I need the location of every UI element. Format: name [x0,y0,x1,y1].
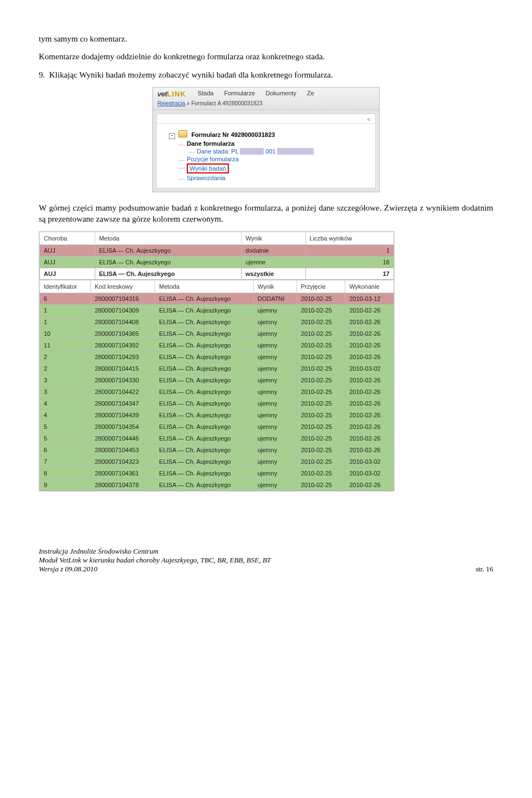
step-number: 9. [39,70,45,79]
table-cell: 2800007104446 [91,433,155,444]
table-cell: 11 [40,340,91,351]
table-cell: ELISA — Ch. Aujeszkyego [155,421,254,433]
tree-node-dane-stada[interactable]: Dane stada: PL xxxxxxx 001 xxx xxxx xxx [189,148,372,155]
table-cell: 2010-03-02 [345,468,394,479]
tree-node-dane-formularza[interactable]: Dane formularza [179,140,372,147]
col-metoda[interactable]: Metoda [95,232,241,245]
table-cell: 7 [40,456,91,468]
table-row[interactable]: 42800007104439ELISA — Ch. Aujeszkyegouje… [40,410,394,421]
tree: - Formularz Nr 4928000031823 Dane formul… [157,124,375,188]
table-cell: 2800007104422 [91,386,155,398]
col-liczba[interactable]: Liczba wyników [305,232,393,245]
table-cell: 2010-02-25 [296,410,345,421]
table-row[interactable]: 32800007104422ELISA — Ch. Aujeszkyegouje… [40,386,394,398]
logo-link: LINK [167,90,186,98]
chevron-left-icon[interactable]: < [367,116,371,122]
table-cell: dodatnie [242,245,306,257]
table-cell: ELISA — Ch. Aujeszkyego [95,268,241,280]
table-cell: 2800007104408 [91,316,155,328]
table-cell: 10 [40,328,91,340]
table-cell: 2010-03-02 [345,363,394,375]
table-cell: ELISA — Ch. Aujeszkyego [95,245,241,257]
table-cell: 2010-02-25 [296,433,345,444]
table-cell: 2010-02-26 [345,444,394,456]
table-cell: ujemne [242,257,306,268]
table-row[interactable]: AUJELISA — Ch. Aujeszkyegododatnie1 [40,245,394,257]
table-row[interactable]: 92800007104378ELISA — Ch. Aujeszkyegouje… [40,479,394,491]
table-cell: 2010-02-26 [345,421,394,433]
table-cell: wszystkie [242,268,306,280]
menu-ze[interactable]: Ze [307,90,314,96]
menu-formularze[interactable]: Formularze [224,90,255,96]
table-cell: 2800007104453 [91,444,155,456]
table-cell: ELISA — Ch. Aujeszkyego [155,316,254,328]
table-cell: ujemny [253,479,296,491]
folder-icon [178,130,187,137]
table-cell: 2010-02-25 [296,375,345,386]
minus-icon[interactable]: - [169,133,175,139]
table-row[interactable]: 32800007104330ELISA — Ch. Aujeszkyegouje… [40,375,394,386]
paragraph-step-9: 9. Klikając Wyniki badań możemy zobaczyć… [39,69,493,80]
collapse-bar[interactable]: < [157,114,375,124]
col-metoda[interactable]: Metoda [155,280,254,293]
table-row[interactable]: 52800007104446ELISA — Ch. Aujeszkyegouje… [40,433,394,444]
col-wynik[interactable]: Wynik [253,280,296,293]
table-cell: 16 [305,257,393,268]
tree-root[interactable]: - Formularz Nr 4928000031823 [169,130,372,139]
tree-node-label: Sprawozdania [187,175,226,181]
table-row[interactable]: 82800007104361ELISA — Ch. Aujeszkyegouje… [40,468,394,479]
tree-node-label-mid: 001 [265,148,275,155]
redacted-text: xxxxxxx [240,148,264,155]
table-cell: 2010-02-25 [296,456,345,468]
table-cell: ujemny [253,316,296,328]
table-cell: 2800007104439 [91,410,155,421]
table-row[interactable]: 22800007104293ELISA — Ch. Aujeszkyegouje… [40,351,394,363]
table-cell: 1 [40,305,91,316]
table-cell: ujemny [253,305,296,316]
logo-vet: vet [157,90,167,98]
table-cell: ELISA — Ch. Aujeszkyego [95,257,241,268]
tree-node-pozycje[interactable]: Pozycje formularza [179,156,372,162]
col-kod-kreskowy[interactable]: Kod kreskowy [91,280,155,293]
table-row[interactable]: 112800007104392ELISA — Ch. Aujeszkyegouj… [40,340,394,351]
table-row[interactable]: 52800007104354ELISA — Ch. Aujeszkyegouje… [40,421,394,433]
table-cell: ujemny [253,363,296,375]
table-cell: 2010-02-26 [345,328,394,340]
table-cell: 2010-02-26 [345,398,394,410]
table-cell: ujemny [253,351,296,363]
menu-dokumenty[interactable]: Dokumenty [265,90,296,96]
col-identyfikator[interactable]: Identyfikator [40,280,91,293]
table-row[interactable]: AUJELISA — Ch. Aujeszkyegoujemne16 [40,257,394,268]
table-cell: DODATNI [253,293,296,305]
table-row[interactable]: 12800007104309ELISA — Ch. Aujeszkyegouje… [40,305,394,316]
tree-node-wyniki[interactable]: Wyniki badań [179,163,372,173]
col-przyjecie[interactable]: Przyjęcie [296,280,345,293]
table-cell: ujemny [253,328,296,340]
col-choroba[interactable]: Choroba [40,232,95,245]
table-cell: 2010-02-26 [345,386,394,398]
table-row[interactable]: 22800007104415ELISA — Ch. Aujeszkyegouje… [40,363,394,375]
table-row[interactable]: 42800007104347ELISA — Ch. Aujeszkyegouje… [40,398,394,410]
table-cell: 2010-03-12 [345,293,394,305]
table-row[interactable]: 102800007104385ELISA — Ch. Aujeszkyegouj… [40,328,394,340]
table-cell: ujemny [253,433,296,444]
col-wykonanie[interactable]: Wykonanie [345,280,394,293]
table-cell: 5 [40,421,91,433]
table-cell: ujemny [253,386,296,398]
table-cell: 2800007104347 [91,398,155,410]
tree-node-sprawozdania[interactable]: Sprawozdania [179,175,372,181]
logo: vetLINK [157,90,186,98]
table-row[interactable]: 72800007104323ELISA — Ch. Aujeszkyegouje… [40,456,394,468]
table-row[interactable]: AUJELISA — Ch. Aujeszkyegowszystkie17 [40,268,394,280]
table-row[interactable]: 62800007104453ELISA — Ch. Aujeszkyegouje… [40,444,394,456]
table-row[interactable]: 12800007104408ELISA — Ch. Aujeszkyegouje… [40,316,394,328]
col-wynik[interactable]: Wynik [242,232,306,245]
table-cell: 5 [40,433,91,444]
menu-stada[interactable]: Stada [198,90,214,96]
breadcrumb-link-rejestracja[interactable]: Rejestracja [157,100,185,106]
table-cell: 1 [305,245,393,257]
table-cell: ELISA — Ch. Aujeszkyego [155,351,254,363]
table-cell: ujemny [253,456,296,468]
table-cell: 2010-02-25 [296,421,345,433]
table-row[interactable]: 62800007104316ELISA — Ch. AujeszkyegoDOD… [40,293,394,305]
